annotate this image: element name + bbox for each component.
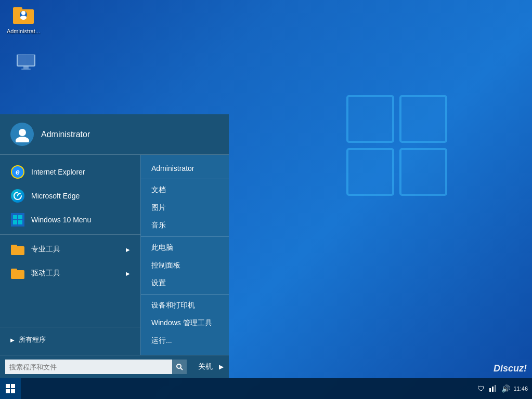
svg-rect-24 <box>11 245 17 248</box>
svg-rect-5 <box>400 96 446 142</box>
all-programs-label: 所有程序 <box>19 335 46 344</box>
svg-rect-6 <box>347 149 393 195</box>
search-button[interactable] <box>172 360 187 374</box>
svg-point-12 <box>20 16 27 20</box>
right-sep-2 <box>141 236 229 237</box>
svg-point-11 <box>21 11 25 15</box>
right-item-this-pc[interactable]: 此电脑 <box>141 239 229 257</box>
shutdown-button[interactable]: 关机 <box>192 360 219 374</box>
win10menu-icon <box>10 212 25 227</box>
menu-item-win10menu[interactable]: Windows 10 Menu <box>0 208 140 232</box>
left-bottom-separator <box>0 327 140 327</box>
menu-right-panel: Administrator 文档 图片 音乐 此电脑 控制面板 <box>140 155 229 355</box>
svg-rect-31 <box>6 389 10 393</box>
driver-tools-label: 驱动工具 <box>31 269 60 278</box>
right-this-pc-label: 此电脑 <box>151 243 173 252</box>
driver-tools-arrow: ▶ <box>126 271 130 276</box>
edge-label: Microsoft Edge <box>31 192 80 200</box>
svg-rect-29 <box>6 384 10 388</box>
menu-item-pro-tools[interactable]: 专业工具 ▶ <box>0 237 140 261</box>
left-spacer <box>0 285 140 324</box>
user-avatar[interactable] <box>10 123 34 146</box>
volume-tray-icon[interactable]: 🔊 <box>501 384 510 393</box>
right-item-control-panel[interactable]: 控制面板 <box>141 257 229 274</box>
desktop-icon-admin[interactable]: Administrat... <box>5 5 42 34</box>
svg-point-27 <box>177 364 181 368</box>
taskbar-right: 🛡 🔊 11:46 <box>477 384 532 394</box>
right-item-pictures[interactable]: 图片 <box>141 199 229 217</box>
right-item-administrator[interactable]: Administrator <box>141 160 229 177</box>
all-programs-item[interactable]: ▶ 所有程序 <box>0 330 140 350</box>
discuz-watermark: Discuz! <box>494 363 527 374</box>
menu-item-edge[interactable]: Microsoft Edge <box>0 184 140 208</box>
right-pictures-label: 图片 <box>151 203 166 212</box>
svg-rect-34 <box>492 387 494 392</box>
right-admin-label: Administrator <box>151 164 194 172</box>
svg-rect-32 <box>11 389 15 393</box>
taskbar-time: 11:46 <box>513 385 528 392</box>
right-sep-3 <box>141 294 229 295</box>
network-tray-icon[interactable] <box>489 384 497 394</box>
menu-item-ie[interactable]: e Internet Explorer <box>0 160 140 184</box>
ie-icon: e <box>10 165 25 179</box>
pc-icon <box>16 55 36 73</box>
svg-rect-19 <box>13 215 17 219</box>
windows-start-icon <box>5 383 16 394</box>
right-item-documents[interactable]: 文档 <box>141 181 229 199</box>
right-item-windows-admin[interactable]: Windows 管理工具 <box>141 314 229 332</box>
admin-folder-icon <box>13 5 34 26</box>
search-bar: 关机 ▶ <box>0 355 229 378</box>
shutdown-arrow-icon[interactable]: ▶ <box>219 363 224 370</box>
svg-rect-14 <box>17 55 35 66</box>
svg-rect-21 <box>13 220 17 224</box>
menu-body: e Internet Explorer Microsoft <box>0 155 229 355</box>
menu-item-driver-tools[interactable]: 驱动工具 ▶ <box>0 261 140 285</box>
svg-rect-30 <box>11 384 15 388</box>
desktop-icon-pc[interactable] <box>8 55 44 73</box>
svg-rect-9 <box>13 7 22 11</box>
right-item-music[interactable]: 音乐 <box>141 217 229 234</box>
pro-tools-folder-icon <box>10 242 25 257</box>
svg-line-28 <box>180 368 183 370</box>
svg-point-17 <box>19 129 26 136</box>
pro-tools-label: 专业工具 <box>31 245 60 254</box>
right-item-devices-printers[interactable]: 设备和打印机 <box>141 297 229 314</box>
edge-icon <box>10 189 25 203</box>
network-icon <box>489 384 497 392</box>
right-music-label: 音乐 <box>151 221 166 230</box>
right-devices-label: 设备和打印机 <box>151 301 195 310</box>
svg-rect-33 <box>489 388 491 392</box>
svg-rect-4 <box>347 96 393 142</box>
svg-rect-22 <box>18 220 22 224</box>
svg-rect-26 <box>11 269 17 272</box>
win10menu-label: Windows 10 Menu <box>31 216 91 224</box>
right-settings-label: 设置 <box>151 278 166 288</box>
right-item-settings[interactable]: 设置 <box>141 274 229 292</box>
all-programs-arrow: ▶ <box>10 337 15 343</box>
start-button[interactable] <box>0 378 21 399</box>
right-sep-1 <box>141 179 229 179</box>
menu-left-panel: e Internet Explorer Microsoft <box>0 155 140 355</box>
svg-rect-16 <box>21 69 31 70</box>
right-win-admin-label: Windows 管理工具 <box>151 318 212 328</box>
shutdown-area: 关机 ▶ <box>192 360 224 374</box>
ie-label: Internet Explorer <box>31 168 85 176</box>
user-name: Administrator <box>41 130 90 139</box>
start-menu: Administrator e Internet Explorer <box>0 114 229 378</box>
admin-icon-label: Administrat... <box>7 28 40 34</box>
right-item-run[interactable]: 运行... <box>141 332 229 350</box>
search-input[interactable] <box>5 360 172 374</box>
taskbar: 🛡 🔊 11:46 <box>0 378 532 399</box>
svg-rect-15 <box>23 66 29 69</box>
svg-rect-20 <box>18 215 22 219</box>
tray-icons: 🛡 🔊 <box>477 384 510 394</box>
security-tray-icon[interactable]: 🛡 <box>477 384 485 393</box>
right-run-label: 运行... <box>151 336 172 345</box>
svg-point-18 <box>16 137 29 142</box>
left-separator-1 <box>0 234 140 235</box>
user-section: Administrator <box>0 114 229 155</box>
svg-rect-35 <box>495 385 496 392</box>
right-control-panel-label: 控制面板 <box>151 261 180 270</box>
right-documents-label: 文档 <box>151 185 166 195</box>
windows-logo <box>345 94 449 200</box>
